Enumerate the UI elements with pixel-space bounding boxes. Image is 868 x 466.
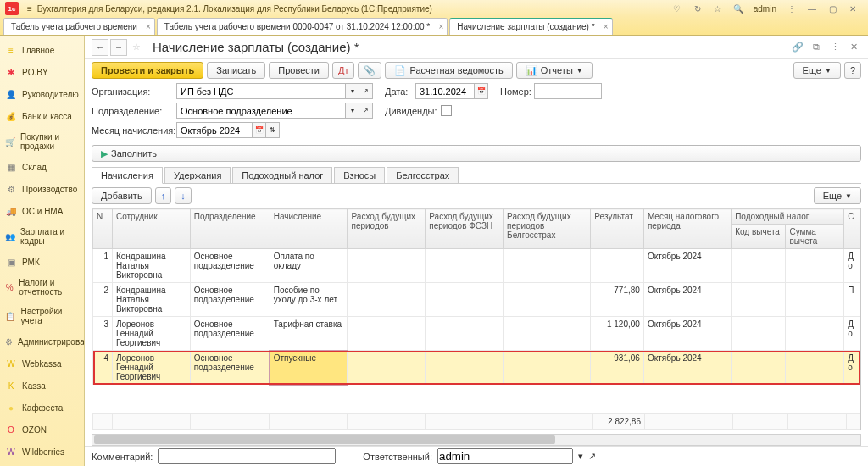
maximize-icon[interactable]: ▢ — [826, 2, 839, 15]
horizontal-scrollbar[interactable] — [92, 434, 861, 446]
table-row[interactable]: 1Кондрашина Наталья ВикторовнаОсновное п… — [93, 249, 860, 283]
sidebar-item[interactable]: 👥Зарплата и кадры — [0, 222, 84, 251]
document-tab[interactable]: Табель учета рабочего времени 0000-0047 … — [157, 18, 448, 35]
cell[interactable]: Д о — [844, 351, 860, 385]
cell[interactable] — [732, 283, 786, 317]
cell[interactable]: 4 — [93, 351, 113, 385]
nav-back-button[interactable]: ← — [92, 39, 108, 56]
sidebar-item[interactable]: %Налоги и отчетность — [0, 273, 84, 302]
cell[interactable]: Пособие по уходу до 3-х лет — [270, 283, 348, 317]
responsible-open-icon[interactable]: ↗ — [588, 451, 596, 462]
detach-icon[interactable]: ⧉ — [809, 41, 824, 54]
cell[interactable] — [348, 283, 426, 317]
cell[interactable] — [348, 351, 426, 385]
col-department[interactable]: Подразделение — [190, 209, 270, 249]
cell[interactable]: 931,06 — [591, 351, 644, 385]
cell[interactable]: 771,80 — [591, 283, 644, 317]
reports-button[interactable]: 📊Отчеты▼ — [516, 62, 593, 79]
comment-input[interactable] — [158, 448, 336, 464]
cell[interactable] — [732, 351, 786, 385]
date-picker-icon[interactable]: 📅 — [475, 83, 488, 99]
table-row[interactable]: 4Лореонов Геннадий ГеоргиевичОсновное по… — [93, 351, 860, 385]
sidebar-item[interactable]: 📋Настройки учета — [0, 302, 84, 330]
cell[interactable]: 3 — [93, 317, 113, 351]
sidebar-item[interactable]: ⚙Производство — [0, 178, 84, 200]
cell[interactable]: Основное подразделение — [190, 249, 270, 283]
cell[interactable]: Д о — [844, 317, 860, 351]
star-icon[interactable]: ☆ — [711, 2, 725, 15]
responsible-dropdown-icon[interactable]: ▾ — [578, 451, 583, 462]
bell-icon[interactable]: ♡ — [670, 2, 684, 15]
sidebar-item[interactable]: ▦Склад — [0, 156, 84, 178]
col-n[interactable]: N — [93, 209, 113, 249]
settings-icon[interactable]: ⋮ — [785, 2, 798, 15]
cell[interactable] — [732, 249, 786, 283]
options-icon[interactable]: ⋮ — [827, 41, 843, 54]
save-button[interactable]: Записать — [207, 62, 265, 79]
close-icon[interactable]: ✕ — [846, 2, 860, 15]
user-label[interactable]: admin — [754, 4, 776, 14]
payslip-button[interactable]: 📄Расчетная ведомость — [385, 62, 512, 79]
cell[interactable] — [348, 249, 426, 283]
cell[interactable]: Лореонов Геннадий Георгиевич — [112, 317, 190, 351]
cell[interactable]: Основное подразделение — [190, 317, 270, 351]
col-taxmonth[interactable]: Месяц налогового периода — [643, 209, 731, 249]
fill-button[interactable]: ▶Заполнить — [92, 145, 861, 162]
tab-close-icon[interactable]: × — [604, 22, 609, 31]
cell[interactable]: Кондрашина Наталья Викторовна — [112, 249, 190, 283]
sidebar-item[interactable]: KKassa — [0, 374, 84, 397]
col-dedcode[interactable]: Код вычета — [732, 225, 786, 249]
cell[interactable] — [504, 317, 591, 351]
attach-button[interactable]: 📎 — [358, 62, 381, 79]
cell[interactable]: Основное подразделение — [190, 283, 270, 317]
col-exp2[interactable]: Расход будущих периодов ФСЗН — [426, 209, 504, 249]
dept-open-icon[interactable]: ↗ — [359, 103, 373, 119]
minimize-icon[interactable]: — — [805, 2, 819, 15]
link-icon[interactable]: 🔗 — [790, 41, 805, 54]
close-page-icon[interactable]: ✕ — [846, 41, 861, 54]
col-accrual[interactable]: Начисление — [270, 209, 348, 249]
sidebar-item[interactable]: WWebkassa — [0, 352, 84, 374]
cell[interactable] — [426, 249, 504, 283]
sidebar-item[interactable]: OOZON — [0, 419, 84, 441]
cell[interactable]: Кондрашина Наталья Викторовна — [112, 283, 190, 317]
document-tab[interactable]: Начисление зарплаты (создание) *× — [449, 18, 612, 35]
document-tab[interactable]: Табель учета рабочего времени× — [3, 18, 155, 35]
cell[interactable] — [504, 249, 591, 283]
sidebar-item[interactable]: ●Каффеста — [0, 397, 84, 419]
cell[interactable] — [504, 283, 591, 317]
cell[interactable]: 1 120,00 — [591, 317, 644, 351]
cell[interactable] — [348, 317, 426, 351]
sidebar-item[interactable]: 🛒Покупки и продажи — [0, 127, 84, 156]
col-exp1[interactable]: Расход будущих периодов — [348, 209, 426, 249]
cell[interactable] — [786, 317, 844, 351]
cell[interactable] — [786, 283, 844, 317]
post-button[interactable]: Провести — [269, 62, 329, 79]
help-button[interactable]: ? — [844, 62, 861, 79]
cell[interactable]: Октябрь 2024 — [643, 351, 731, 385]
sidebar-item[interactable]: WWildberries — [0, 441, 84, 463]
sidebar-item[interactable]: ✱PO.BY — [0, 61, 84, 83]
cell[interactable] — [591, 249, 644, 283]
date-input[interactable] — [415, 83, 475, 99]
move-up-button[interactable]: ↑ — [155, 187, 172, 204]
cell[interactable] — [504, 351, 591, 385]
month-picker-icon[interactable]: 📅 — [253, 122, 266, 138]
tab-close-icon[interactable]: × — [438, 22, 443, 31]
cell[interactable]: Оплата по окладу — [270, 249, 348, 283]
cell[interactable]: Д о — [844, 249, 860, 283]
sidebar-item[interactable]: 💰Банк и касса — [0, 105, 84, 127]
search-icon[interactable]: 🔍 — [732, 2, 745, 15]
table-row[interactable]: 3Лореонов Геннадий ГеоргиевичОсновное по… — [93, 317, 860, 351]
sidebar-item[interactable]: ▣РМК — [0, 251, 84, 273]
dept-dropdown-icon[interactable]: ▾ — [346, 103, 359, 119]
month-spinner-icon[interactable]: ⇅ — [266, 122, 280, 138]
col-exp3[interactable]: Расход будущих периодов Белгосстрах — [504, 209, 591, 249]
cell[interactable]: Основное подразделение — [190, 351, 270, 385]
nav-forward-button[interactable]: → — [110, 39, 127, 56]
cell[interactable] — [786, 351, 844, 385]
inner-tab[interactable]: Белгосстрах — [387, 167, 459, 183]
col-employee[interactable]: Сотрудник — [112, 209, 190, 249]
post-and-close-button[interactable]: Провести и закрыть — [92, 62, 203, 79]
cell[interactable]: Отпускные — [270, 351, 348, 385]
